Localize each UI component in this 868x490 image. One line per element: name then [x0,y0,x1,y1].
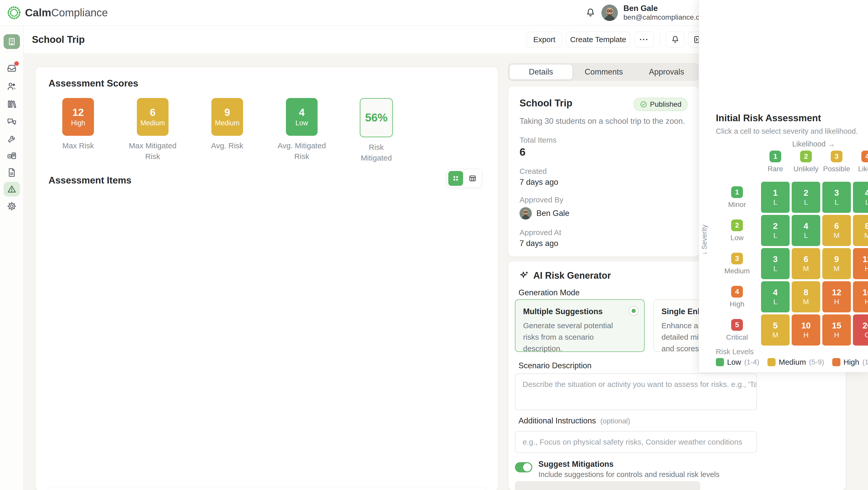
bell-icon[interactable] [585,7,596,18]
sidebar-item-documents[interactable] [0,167,24,177]
sidebar-item-inbox[interactable] [0,63,24,73]
sidebar-item-tools[interactable] [0,134,24,144]
sparkles-icon [519,270,529,281]
matrix-cell[interactable]: 12H [853,248,868,279]
sidebar [0,26,24,490]
matrix-cell[interactable]: 15H [822,315,851,346]
avatar [520,207,532,220]
suggest-mitigations-description: Include suggestions for controls and res… [538,470,719,479]
matrix-cell[interactable]: 4L [853,182,868,213]
sidebar-item-organization[interactable] [0,34,24,49]
suggest-mitigations-toggle[interactable] [515,462,532,472]
warning-icon [4,182,20,197]
details-description: Taking 30 students on a school trip to t… [520,116,687,127]
tab-details[interactable]: Details [509,65,572,79]
user-info[interactable]: Ben Gale ben@calmcompliance.com [623,4,710,22]
score-card: 4Low Avg. Mitigated Risk [265,98,339,163]
generate-button-partial[interactable] [515,481,700,490]
score-tile: 6Medium [137,98,168,136]
matrix-cell[interactable]: 16H [853,281,868,313]
library-icon [7,99,17,109]
severity-header: 1 Minor [720,186,754,209]
table-view-button[interactable] [465,171,480,186]
wrench-icon [7,134,17,144]
severity-axis-label: ↓ Severity [701,225,708,255]
suggest-mitigations-title: Suggest Mitigations [538,460,614,469]
total-items-value: 6 [520,146,687,158]
likelihood-axis-label: Likelihood → [761,140,866,148]
scenario-description-label: Scenario Description [519,361,591,370]
tab-approvals[interactable]: Approvals [635,65,698,79]
matrix-cell[interactable]: 10H [792,315,820,346]
document-icon [7,167,17,177]
matrix-subtitle: Click a cell to select severity and like… [716,127,858,135]
header-divider [660,33,660,46]
ai-title: AI Risk Generator [533,270,611,281]
assessment-panel: Assessment Scores 12High Max Risk 6Mediu… [36,67,498,490]
user-cluster: Ben Gale ben@calmcompliance.com [585,0,710,26]
risk-matrix-grid: 1L2L3L4L2L4L6M8M3L6M9M12H4L8M12H16H5M10H… [761,182,868,346]
generation-mode-label: Generation Mode [519,288,580,297]
matrix-cell[interactable]: 8M [853,215,868,246]
details-card: School Trip Published Taking 30 students… [508,86,699,257]
additional-instructions-input[interactable] [515,431,757,453]
avatar[interactable] [601,5,618,21]
matrix-cell[interactable]: 8M [792,281,820,313]
approved-at-value: 7 days ago [520,239,687,248]
sidebar-item-people[interactable] [0,81,24,91]
status-badge: Published [633,98,687,111]
mode-multiple-suggestions[interactable]: Multiple Suggestions Generate several po… [515,299,645,352]
matrix-cell[interactable]: 4L [761,281,789,313]
sidebar-item-settings[interactable] [0,201,24,211]
page-title: School Trip [32,26,85,54]
created-label: Created [520,167,687,175]
matrix-cell[interactable]: 3L [822,182,851,213]
notifications-button[interactable] [666,32,685,47]
sidebar-item-assets[interactable] [0,151,24,161]
created-value: 7 days ago [520,177,687,187]
view-toggle [446,169,482,188]
matrix-cell[interactable]: 3L [761,248,789,279]
matrix-cell[interactable]: 6M [822,215,851,246]
matrix-cell[interactable]: 2L [761,215,789,246]
score-card: 6Medium Max Mitigated Risk [115,98,190,163]
matrix-cell[interactable]: 5M [761,315,789,346]
matrix-cell[interactable]: 2L [792,182,820,213]
score-card: 9Medium Avg. Risk [190,98,265,163]
matrix-cell[interactable]: 9M [822,248,851,279]
blocks-icon [7,151,17,161]
severity-header: 2 Low [720,220,754,242]
grid-view-button[interactable] [448,171,463,186]
sidebar-item-library[interactable] [0,99,24,109]
score-tile: 12High [62,98,94,136]
matrix-cell[interactable]: 20C [853,315,868,346]
scenario-description-input[interactable]: Describe the situation or activity you w… [515,373,757,410]
create-template-button[interactable]: Create Template [566,32,630,47]
matrix-cell[interactable]: 1L [761,182,789,213]
severity-header: 3 Medium [720,253,754,275]
likelihood-header: 1 Rare [761,151,789,173]
export-button[interactable]: Export [526,32,562,47]
total-items-label: Total Items [520,136,687,144]
sidebar-item-chat[interactable] [0,117,24,127]
matrix-cell[interactable]: 12H [822,281,851,313]
tab-comments[interactable]: Comments [572,65,635,79]
approved-by-value: Ben Gale [520,207,687,220]
more-options-button[interactable]: ··· [634,32,654,47]
matrix-cell[interactable]: 6M [792,248,820,279]
brand-logo[interactable]: CalmCompliance [7,5,108,20]
score-card-mitigated: 56% Risk Mitigated [339,98,413,163]
chat-icon [7,117,17,127]
likelihood-header: 3 Possible [822,151,851,173]
legend-item: Medium(5-9) [767,358,824,366]
user-email: ben@calmcompliance.com [623,13,710,22]
severity-header: 4 High [720,286,754,308]
assessment-items-title: Assessment Items [49,175,131,186]
approved-by-label: Approved By [520,195,687,204]
building-icon [4,34,20,49]
gear-icon [7,201,17,211]
logo-icon [7,5,22,20]
scenario-placeholder: Describe the situation or activity you w… [523,380,757,389]
sidebar-item-risk-assessments[interactable] [0,182,24,197]
matrix-cell[interactable]: 4L [792,215,820,246]
